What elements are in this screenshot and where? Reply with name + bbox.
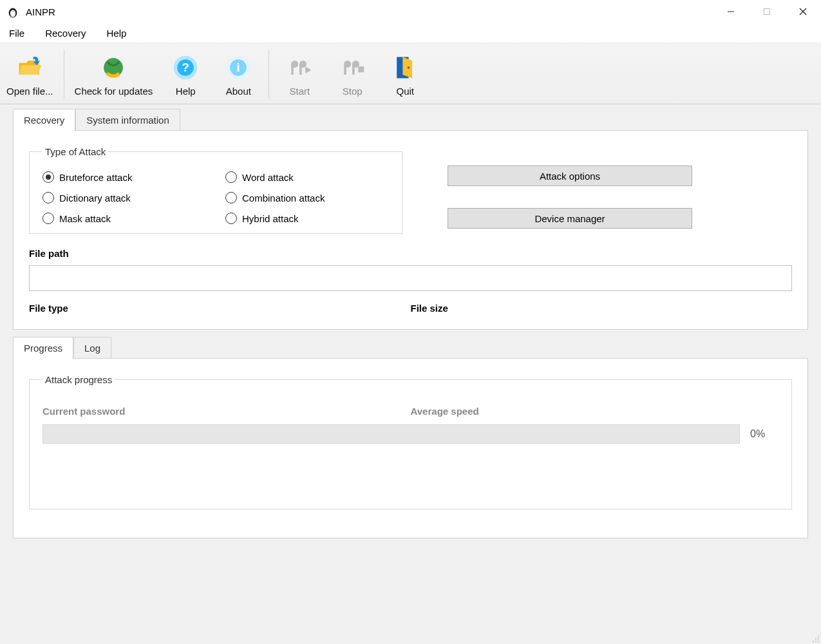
attack-options-button[interactable]: Attack options — [448, 166, 692, 186]
svg-text:?: ? — [182, 61, 189, 74]
groupbox-legend-type-of-attack: Type of Attack — [42, 146, 108, 157]
radio-label: Mask attack — [59, 213, 111, 224]
device-manager-button[interactable]: Device manager — [448, 208, 692, 229]
toolbar-check-updates[interactable]: Check for updates — [68, 44, 160, 104]
tab-log[interactable]: Log — [73, 337, 111, 359]
toolbar-quit-label: Quit — [397, 86, 415, 97]
maximize-button[interactable] — [749, 0, 785, 23]
svg-point-1 — [10, 10, 15, 17]
radio-icon — [225, 213, 237, 224]
tabpanel-recovery: Type of Attack Bruteforce attack Word at… — [13, 130, 808, 330]
groupbox-type-of-attack: Type of Attack Bruteforce attack Word at… — [29, 146, 402, 234]
svg-rect-16 — [291, 64, 294, 75]
groupbox-legend-attack-progress: Attack progress — [42, 374, 115, 385]
radio-label: Dictionary attack — [59, 193, 131, 204]
titlebar: AINPR — [0, 0, 821, 23]
toolbar-check-updates-label: Check for updates — [75, 86, 153, 97]
tabpanel-progress: Attack progress Current password Average… — [13, 358, 808, 538]
toolbar-help-label: Help — [176, 86, 196, 97]
radio-label: Word attack — [242, 172, 294, 183]
svg-point-29 — [813, 641, 814, 642]
radio-icon — [42, 192, 54, 204]
button-label: Device manager — [534, 213, 605, 224]
window-controls — [713, 0, 821, 23]
radio-mask-attack[interactable]: Mask attack — [42, 213, 206, 224]
toolbar-quit[interactable]: Quit — [379, 44, 431, 104]
open-file-icon — [14, 52, 45, 83]
toolbar-about[interactable]: i About — [212, 44, 265, 104]
menubar: File Recovery Help — [0, 23, 821, 43]
window-title: AINPR — [26, 6, 55, 17]
toolbar-open-file[interactable]: Open file... — [0, 44, 60, 104]
toolbar-help[interactable]: ? Help — [159, 44, 212, 104]
menu-file[interactable]: File — [5, 25, 28, 41]
svg-rect-5 — [764, 9, 770, 15]
toolbar-separator — [64, 50, 64, 99]
svg-point-27 — [815, 638, 816, 639]
radio-label: Combination attack — [242, 193, 325, 204]
menu-help[interactable]: Help — [103, 25, 131, 41]
svg-rect-22 — [352, 64, 355, 75]
toolbar-stop[interactable]: Stop — [326, 44, 379, 104]
toolbar-start-label: Start — [289, 86, 310, 97]
resize-grip-icon[interactable] — [811, 634, 820, 643]
svg-point-26 — [818, 636, 819, 637]
toolbar-open-file-label: Open file... — [6, 86, 53, 97]
svg-text:i: i — [237, 61, 240, 74]
radio-hybrid-attack[interactable]: Hybrid attack — [225, 213, 389, 224]
tab-recovery[interactable]: Recovery — [13, 109, 75, 131]
toolbar-start[interactable]: Start — [273, 44, 326, 104]
tab-progress[interactable]: Progress — [13, 337, 73, 359]
svg-point-30 — [815, 641, 816, 642]
file-path-input[interactable] — [29, 265, 792, 291]
svg-point-25 — [408, 66, 410, 69]
radio-icon — [225, 171, 237, 183]
svg-point-31 — [818, 641, 819, 642]
stop-icon — [337, 52, 368, 83]
radio-icon — [42, 213, 54, 224]
radio-icon — [42, 171, 54, 183]
radio-label: Hybrid attack — [242, 213, 299, 224]
minimize-button[interactable] — [713, 0, 749, 23]
svg-point-3 — [14, 9, 15, 10]
menu-recovery[interactable]: Recovery — [41, 25, 90, 41]
file-type-label: File type — [29, 303, 411, 314]
average-speed-label: Average speed — [411, 406, 779, 417]
progress-percent: 0% — [750, 428, 779, 440]
svg-rect-23 — [358, 66, 364, 72]
radio-dictionary-attack[interactable]: Dictionary attack — [42, 192, 206, 204]
svg-point-2 — [11, 9, 12, 10]
current-password-label: Current password — [42, 406, 411, 417]
progress-bar — [42, 424, 740, 444]
toolbar-about-label: About — [226, 86, 251, 97]
svg-point-28 — [818, 638, 819, 639]
radio-word-attack[interactable]: Word attack — [225, 171, 389, 183]
file-path-label: File path — [29, 248, 792, 259]
app-icon — [5, 4, 21, 19]
toolbar-stop-label: Stop — [343, 86, 363, 97]
svg-rect-20 — [344, 64, 346, 75]
content-area: Recovery System information Type of Atta… — [0, 104, 821, 644]
check-updates-icon — [98, 52, 129, 83]
button-label: Attack options — [540, 171, 600, 182]
toolbar-separator — [269, 50, 269, 99]
close-button[interactable] — [785, 0, 821, 23]
groupbox-attack-progress: Attack progress Current password Average… — [29, 374, 792, 509]
toolbar: Open file... Check for updates ? Help — [0, 43, 821, 104]
tabstrip-upper: Recovery System information — [0, 107, 821, 130]
tab-system-information[interactable]: System information — [75, 109, 180, 131]
radio-bruteforce-attack[interactable]: Bruteforce attack — [42, 171, 206, 183]
file-size-label: File size — [411, 303, 793, 314]
radio-icon — [225, 192, 237, 204]
about-icon: i — [223, 52, 254, 83]
radio-label: Bruteforce attack — [59, 172, 132, 183]
svg-rect-18 — [299, 64, 302, 75]
radio-combination-attack[interactable]: Combination attack — [225, 192, 389, 204]
start-icon — [284, 52, 315, 83]
help-icon: ? — [170, 52, 201, 83]
quit-icon — [390, 52, 420, 83]
tabstrip-lower: Progress Log — [0, 335, 821, 358]
